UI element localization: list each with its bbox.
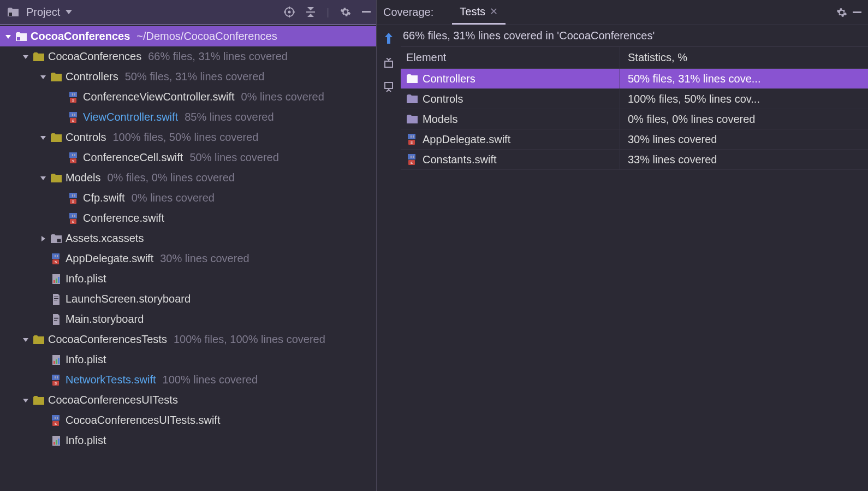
coverage-row[interactable]: sConstants.swift33% lines covered: [401, 150, 868, 170]
svg-rect-28: [56, 279, 57, 283]
tree-row[interactable]: sViewController.swift85% lines covered: [0, 107, 376, 127]
flatten-packages-icon[interactable]: [383, 58, 394, 68]
column-element[interactable]: Element: [401, 47, 620, 68]
tree-item-name: ConferenceViewController.swift: [83, 91, 235, 103]
svg-rect-21: [57, 239, 61, 242]
svg-text:s: s: [72, 158, 74, 163]
tree-row[interactable]: Info.plist: [0, 430, 376, 451]
minimize-icon[interactable]: [853, 11, 861, 14]
column-statistics[interactable]: Statistics, %: [620, 47, 868, 68]
coverage-cell-element: Models: [401, 109, 620, 129]
close-icon[interactable]: ✕: [490, 5, 498, 17]
plist-icon: [50, 273, 62, 285]
svg-rect-42: [56, 440, 57, 445]
tree-row[interactable]: LaunchScreen.storyboard: [0, 289, 376, 309]
tree-item-name: Assets.xcassets: [66, 232, 144, 245]
tree-row[interactable]: sAppDelegate.swift30% lines covered: [0, 249, 376, 269]
coverage-cell-stats: 100% files, 50% lines cov...: [620, 89, 868, 109]
tree-row[interactable]: Info.plist: [0, 350, 376, 370]
gear-icon[interactable]: [836, 7, 847, 18]
dropdown-icon[interactable]: [66, 10, 72, 14]
tree-row[interactable]: CocoaConferences66% files, 31% lines cov…: [0, 46, 376, 67]
tree-row[interactable]: sConference.swift: [0, 208, 376, 228]
folder-icon: [33, 334, 45, 346]
folder-icon: [50, 172, 62, 184]
tree-item-coverage: 30% lines covered: [160, 252, 249, 265]
svg-rect-27: [53, 280, 55, 283]
tree-row[interactable]: Controls100% files, 50% lines covered: [0, 127, 376, 147]
coverage-row[interactable]: Models0% files, 0% lines covered: [401, 109, 868, 129]
svg-text:s: s: [72, 219, 74, 224]
svg-rect-33: [58, 358, 60, 364]
coverage-element-name: Controls: [423, 93, 463, 105]
tree-row[interactable]: Models0% files, 0% lines covered: [0, 168, 376, 188]
expand-arrow[interactable]: [22, 336, 29, 343]
coverage-row[interactable]: Controllers50% files, 31% lines cove...: [401, 69, 868, 89]
coverage-cell-element: Controls: [401, 89, 620, 109]
tree-root-name: CocoaConferences: [31, 30, 130, 43]
project-title[interactable]: Project: [26, 6, 60, 19]
swift-icon: s: [68, 91, 80, 103]
tree-row[interactable]: sCocoaConferencesUITests.swift: [0, 410, 376, 430]
tree-row[interactable]: sCfp.swift0% lines covered: [0, 188, 376, 208]
svg-text:s: s: [55, 259, 57, 264]
expand-arrow[interactable]: [39, 175, 47, 181]
coverage-cell-stats: 0% files, 0% lines covered: [620, 109, 868, 129]
expand-arrow[interactable]: [22, 397, 29, 404]
coverage-main: 66% files, 31% lines covered in 'CocoaCo…: [401, 25, 868, 491]
svg-rect-29: [58, 277, 60, 283]
tree-item-coverage: 100% files, 50% lines covered: [112, 131, 258, 144]
tree-row[interactable]: Controllers50% files, 31% lines covered: [0, 67, 376, 87]
coverage-cell-stats: 33% lines covered: [620, 150, 868, 169]
project-header: Project |: [0, 0, 376, 25]
tab-tests[interactable]: Tests✕: [452, 1, 506, 25]
coverage-row[interactable]: sAppDelegate.swift30% lines covered: [401, 129, 868, 150]
tree-row[interactable]: Info.plist: [0, 269, 376, 289]
gear-icon[interactable]: [340, 7, 351, 17]
swift-icon: s: [406, 133, 418, 145]
assets-icon: [50, 233, 62, 245]
expand-arrow[interactable]: [22, 54, 29, 60]
tree-row[interactable]: CocoaConferencesUITests: [0, 390, 376, 410]
collapse-icon[interactable]: [306, 7, 316, 17]
coverage-cell-element: Controllers: [401, 69, 620, 88]
svg-text:s: s: [55, 421, 57, 426]
coverage-header: Coverage: Tests✕: [377, 0, 868, 25]
svg-text:s: s: [55, 381, 57, 386]
tree-item-name: LaunchScreen.storyboard: [66, 293, 191, 305]
file-icon: [50, 313, 62, 326]
tree-item-name: ConferenceCell.swift: [83, 151, 183, 164]
expand-arrow[interactable]: [39, 235, 47, 242]
tree-item-name: Info.plist: [66, 353, 106, 366]
expand-arrow[interactable]: [39, 134, 47, 141]
tree-row[interactable]: Main.storyboard: [0, 309, 376, 329]
tree-item-name: CocoaConferencesUITests: [48, 394, 178, 406]
tree-row[interactable]: sNetworkTests.swift100% lines covered: [0, 370, 376, 390]
tree-root[interactable]: CocoaConferences ~/Demos/CocoaConference…: [0, 26, 376, 46]
tree-row[interactable]: CocoaConferencesTests100% files, 100% li…: [0, 329, 376, 350]
tree-row[interactable]: sConferenceViewController.swift0% lines …: [0, 87, 376, 107]
coverage-row[interactable]: Controls100% files, 50% lines cov...: [401, 89, 868, 109]
up-arrow-icon[interactable]: [384, 33, 394, 44]
swift-icon: s: [68, 192, 80, 204]
swift-icon: s: [68, 111, 80, 123]
expand-arrow[interactable]: [39, 74, 47, 80]
project-tree[interactable]: CocoaConferences ~/Demos/CocoaConference…: [0, 25, 376, 491]
coverage-cell-element: sConstants.swift: [401, 150, 620, 169]
tree-item-coverage: 50% lines covered: [189, 151, 278, 164]
tree-item-coverage: 0% files, 0% lines covered: [107, 171, 234, 184]
expand-arrow[interactable]: [4, 33, 12, 40]
coverage-element-name: Models: [423, 113, 457, 126]
tree-item-name: NetworkTests.swift: [66, 374, 156, 386]
minimize-icon[interactable]: [362, 11, 371, 13]
tree-item-name: Conference.swift: [83, 212, 164, 224]
coverage-element-name: AppDelegate.swift: [423, 133, 510, 146]
autoscroll-icon[interactable]: [383, 82, 394, 92]
tree-row[interactable]: Assets.xcassets: [0, 228, 376, 249]
target-icon[interactable]: [284, 7, 295, 17]
tree-item-name: Cfp.swift: [83, 192, 125, 204]
coverage-cell-stats: 30% lines covered: [620, 129, 868, 149]
tree-row[interactable]: sConferenceCell.swift50% lines covered: [0, 147, 376, 168]
swift-icon: s: [68, 152, 80, 164]
coverage-cell-element: sAppDelegate.swift: [401, 129, 620, 149]
